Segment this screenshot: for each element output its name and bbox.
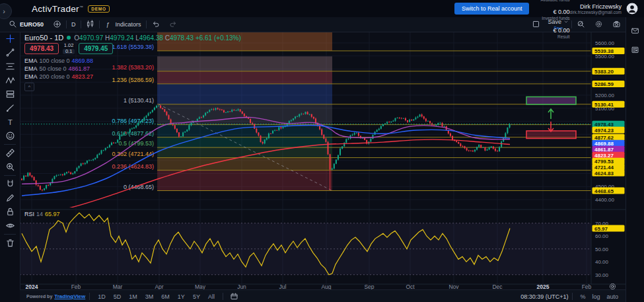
range-1d[interactable]: 1D xyxy=(94,292,110,301)
account-stat-1: € 10000.00Available funds xyxy=(540,0,569,2)
user-email: dirk.friczewsky@gmail.com xyxy=(570,10,622,15)
chart-type-button[interactable] xyxy=(81,17,99,32)
lock-tool[interactable] xyxy=(3,205,17,219)
fib-band xyxy=(157,56,332,71)
range-1y[interactable]: 1Y xyxy=(174,292,189,301)
time-tick[interactable]: Jul xyxy=(279,283,287,289)
tradingview-link[interactable]: TradingView xyxy=(54,293,85,299)
time-tick[interactable]: 2024 xyxy=(26,283,38,289)
target-zone-box[interactable] xyxy=(526,97,576,105)
buy-button[interactable]: 4979.45 xyxy=(79,43,113,54)
time-tick[interactable]: Dec xyxy=(492,283,503,289)
svg-text:ƒ: ƒ xyxy=(106,20,109,27)
time-tick[interactable]: Nov xyxy=(448,283,459,289)
price-tick: 5600.00 xyxy=(595,40,614,46)
svg-text:4468.65: 4468.65 xyxy=(594,188,614,194)
scale-log[interactable]: log xyxy=(589,292,603,301)
range-3m[interactable]: 3M xyxy=(141,292,158,301)
emoji-tool[interactable] xyxy=(3,129,17,143)
fib-label: 0.5 (4799.53) xyxy=(118,140,154,147)
gear-icon xyxy=(594,20,603,30)
svg-text:T: T xyxy=(8,118,13,126)
quote-widget: 4978.43 1.02 0.1 4979.45 xyxy=(24,43,113,54)
fib-label: 0.618 (4877.62) xyxy=(112,130,154,137)
trash-tool[interactable] xyxy=(3,236,17,250)
scale-%[interactable]: % xyxy=(577,292,589,301)
indicators-button[interactable]: ƒIndicators xyxy=(100,17,146,32)
zoom-in-tool[interactable] xyxy=(3,160,17,174)
fib-label: 0.786 (4974.23) xyxy=(112,118,154,124)
account-stat-2: € 0.00Invested funds xyxy=(540,9,569,20)
sell-button[interactable]: 4978.43 xyxy=(24,43,59,54)
chart-toolbar: EURO50 D ƒIndicators Save Save xyxy=(0,17,626,32)
svg-text:4974.23: 4974.23 xyxy=(594,128,614,133)
ema100-legend[interactable]: EMA100 close 04869.88 xyxy=(24,57,93,64)
position-tool[interactable] xyxy=(3,87,17,101)
crosshair-tool[interactable] xyxy=(3,32,17,46)
avatar[interactable] xyxy=(626,3,638,15)
time-tick[interactable]: 2025 xyxy=(537,283,550,289)
time-tick[interactable]: Mar xyxy=(113,283,123,289)
ema50-legend[interactable]: EMA50 close 04861.87 xyxy=(24,65,90,72)
chart-area[interactable]: 1.618 (5539.38)1.382 (5383.20)1.236 (528… xyxy=(20,32,626,289)
rsi-legend[interactable]: RSI1465.97 xyxy=(24,211,60,217)
range-5y[interactable]: 5Y xyxy=(189,292,204,301)
scale-auto[interactable]: auto xyxy=(603,292,622,301)
support-zone-box[interactable] xyxy=(526,131,576,139)
redo-button[interactable] xyxy=(164,17,182,32)
time-tick[interactable]: Sep xyxy=(364,283,374,289)
range-all[interactable]: All xyxy=(204,292,219,301)
go-to-date-icon[interactable] xyxy=(227,289,242,302)
brush-tool[interactable] xyxy=(3,101,17,115)
fib-retracement-tool[interactable] xyxy=(3,59,17,73)
symbol-search-button[interactable]: EURO50 xyxy=(4,17,48,32)
mail-icon[interactable] xyxy=(628,24,643,38)
ruler-tool[interactable] xyxy=(3,146,17,160)
user-name: Dirk Friczewsky xyxy=(570,3,622,10)
chart-settings-button[interactable] xyxy=(590,17,608,32)
add-symbol-button[interactable] xyxy=(48,17,66,32)
range-1m[interactable]: 1M xyxy=(125,292,141,301)
fib-label: 0.236 (4624.83) xyxy=(112,163,154,170)
eye-tool[interactable] xyxy=(3,219,17,233)
time-tick[interactable]: Feb xyxy=(71,283,81,289)
fib-band xyxy=(157,71,332,84)
trend-line-tool[interactable] xyxy=(3,46,17,59)
pattern-tool[interactable] xyxy=(3,73,17,87)
ema200-legend[interactable]: EMA200 close 04823.27 xyxy=(24,73,93,80)
snapshot-button[interactable] xyxy=(608,17,626,32)
ohlc-values: O4970.97 H4979.24 L4964.38 C4978.43 +6.6… xyxy=(74,34,241,42)
time-tick[interactable]: Jun xyxy=(237,283,246,289)
interval-button[interactable]: D xyxy=(67,17,81,32)
legend-collapse-button[interactable]: ^ xyxy=(24,83,34,91)
draw-tool[interactable] xyxy=(3,191,17,205)
time-tick[interactable]: Feb xyxy=(582,283,592,289)
time-tick[interactable]: Apr xyxy=(155,283,163,289)
svg-text:65.97: 65.97 xyxy=(594,226,608,232)
text-tool[interactable]: T xyxy=(3,115,17,129)
fib-label: 0.382 (4721.44) xyxy=(112,151,154,157)
svg-text:5130.41: 5130.41 xyxy=(594,102,614,108)
svg-text:4869.88: 4869.88 xyxy=(594,141,614,147)
price-tick: 4400.00 xyxy=(595,197,614,203)
top-header: ActivTrader™ DEMO Switch to Real account… xyxy=(0,0,644,17)
range-6m[interactable]: 6M xyxy=(157,292,174,301)
price-tick: 5500.00 xyxy=(595,54,614,59)
undo-button[interactable] xyxy=(147,17,164,32)
spread-indicator: 1.02 0.1 xyxy=(59,43,79,54)
symbol-title[interactable]: Euro50 - 1D xyxy=(24,34,63,42)
news-icon[interactable] xyxy=(628,43,643,57)
user-info: Dirk Friczewsky dirk.friczewsky@gmail.co… xyxy=(570,3,622,15)
fib-band xyxy=(157,158,332,170)
range-5d[interactable]: 5D xyxy=(110,292,125,301)
price-tick: 5200.00 xyxy=(595,93,614,98)
magnet-tool[interactable] xyxy=(3,177,17,191)
price-chart-canvas[interactable]: 1.618 (5539.38)1.382 (5383.20)1.236 (528… xyxy=(20,32,626,289)
time-tick[interactable]: Aug xyxy=(321,283,331,289)
switch-to-real-button[interactable]: Switch to Real account xyxy=(454,3,530,15)
time-tick[interactable]: May xyxy=(195,283,206,289)
clock[interactable]: 08:30:39 (UTC+1) xyxy=(520,293,568,300)
magnifier-slash-icon xyxy=(577,20,585,30)
zoom-reset-button[interactable] xyxy=(572,17,590,32)
time-tick[interactable]: Oct xyxy=(406,283,415,289)
